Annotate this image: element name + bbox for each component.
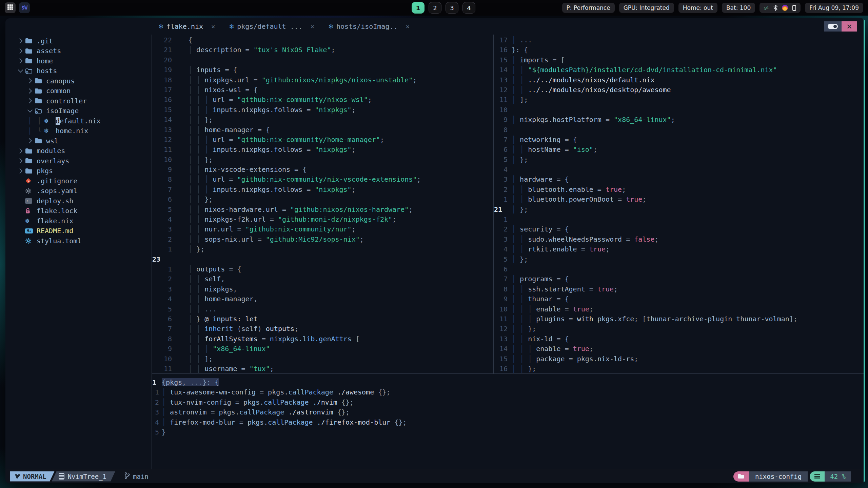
tree-item-hosts[interactable]: hosts <box>5 66 152 76</box>
workspace-button-1[interactable]: 1 <box>412 2 425 14</box>
line-number: 3 <box>494 235 508 244</box>
code-pane-iso-default-nix[interactable]: 17│ ...16}: {15│ imports = [14│ │ "${mod… <box>494 35 862 374</box>
file-tree[interactable]: .gitassetshomehostscanopuscommoncontroll… <box>5 35 152 469</box>
code-text: │ │ │ inputs.nixpkgs.follows = "nixpkgs"… <box>188 185 356 195</box>
window-close-button[interactable]: × <box>842 21 857 32</box>
chevron-right-icon <box>16 39 25 43</box>
nix-icon: ❄ <box>329 22 333 30</box>
tree-item-pkgs[interactable]: pkgs <box>5 166 152 176</box>
scissors-icon[interactable]: ✂ <box>764 4 769 12</box>
tree-item--sops-yaml[interactable]: .sops.yaml <box>5 186 152 196</box>
tree-item-stylua-toml[interactable]: stylua.toml <box>5 236 152 246</box>
workspace-switcher-button[interactable]: $W <box>19 2 30 13</box>
status-line: NORMAL NvimTree_1 main nixos-config <box>5 469 865 483</box>
line-number: 1 <box>152 378 159 387</box>
code-text: │ ... <box>512 35 532 45</box>
tab-close-icon[interactable]: × <box>211 23 215 30</box>
tab-label: hosts/isoImag.. <box>336 22 398 30</box>
code-text: │ } @ inputs: let <box>188 314 258 324</box>
code-text: │ │ home-manager = { <box>188 125 270 135</box>
tree-item-README-md[interactable]: M↓README.md <box>5 226 152 236</box>
folder-icon <box>25 38 36 44</box>
code-text: │ imports = [ <box>512 55 565 65</box>
code-pane-flake-nix[interactable]: 22{21│ description = "tux's NixOS Flake"… <box>152 35 493 374</box>
tab-hosts-isoImag-[interactable]: ❄hosts/isoImag..× <box>329 22 410 30</box>
code-text: │ │ hostName = "iso"; <box>512 145 597 155</box>
cursorline-highlight: {pkgs, ...}: { <box>162 378 219 386</box>
tree-item-flake-lock[interactable]: flake.lock <box>5 206 152 216</box>
git-icon <box>25 178 36 184</box>
window-toggle-button[interactable] <box>824 21 842 32</box>
workspace-button-3[interactable]: 3 <box>446 2 458 14</box>
code-line: 2│ │ bluetooth.enable = true; <box>494 185 862 195</box>
line-number: 8 <box>152 334 172 344</box>
workspace-button-2[interactable]: 2 <box>429 2 441 14</box>
code-line: 5│ │ ... <box>152 304 493 314</box>
flame-icon[interactable] <box>782 5 788 11</box>
code-text: │ │ ... <box>188 304 217 314</box>
code-text: │ }; <box>188 244 204 254</box>
code-text: {pkgs, ...}: { <box>162 378 219 387</box>
tree-item-controller[interactable]: controller <box>5 96 152 106</box>
tree-item-flake-nix[interactable]: ❄flake.nix <box>5 216 152 226</box>
code-line: 16│ │ │ url = "github:nix-community/nixo… <box>152 95 493 105</box>
tree-item-wsl[interactable]: wsl <box>5 136 152 146</box>
code-text: │ networking = { <box>512 135 577 145</box>
code-text: │ │ }; <box>512 324 536 334</box>
tab-pkgs-default-[interactable]: ❄pkgs/default ...× <box>229 22 314 30</box>
tree-item-home[interactable]: home <box>5 56 152 66</box>
code-text: │ nixpkgs.hostPlatform = "x86_64-linux"; <box>512 115 675 125</box>
code-text: │ │ home-manager, <box>188 294 258 304</box>
line-number: 3 <box>494 175 508 184</box>
tree-item-common[interactable]: common <box>5 86 152 96</box>
tab-close-icon[interactable]: × <box>406 23 410 30</box>
tree-item--git[interactable]: .git <box>5 36 152 46</box>
line-number: 6 <box>152 195 172 204</box>
workspace-button-4[interactable]: 4 <box>462 2 475 14</box>
code-text: │ │ username = "tux"; <box>188 364 274 374</box>
tree-item-isoImage[interactable]: isoImage <box>5 106 152 116</box>
code-line: 7│ programs = { <box>494 274 862 284</box>
code-text: │ │ nixpkgs, <box>188 284 237 294</box>
tree-item-home-nix[interactable]: │└❄home.nix <box>5 126 152 136</box>
line-number: 12 <box>494 324 508 334</box>
code-line: 7│ │ │ inputs.nixpkgs.follows = "nixpkgs… <box>152 185 493 195</box>
tree-item-label: common <box>46 87 71 95</box>
tree-item-overlays[interactable]: overlays <box>5 156 152 166</box>
tab-flake-nix[interactable]: ❄flake.nix× <box>159 22 215 30</box>
code-text: │ │ nix-ld = { <box>512 334 569 344</box>
code-line: 4 <box>494 165 862 175</box>
phone-icon[interactable] <box>792 5 796 11</box>
buffer-tabs: ❄flake.nix×❄pkgs/default ...×❄hosts/isoI… <box>159 18 410 35</box>
code-line: 22{ <box>152 35 493 45</box>
line-number: 2 <box>494 224 508 234</box>
code-line: 8│ │ ssh.startAgent = true; <box>494 284 862 294</box>
line-number: 7 <box>152 324 172 334</box>
chevron-right-icon <box>16 159 25 163</box>
chevron-right-icon <box>16 169 25 173</box>
code-line: 9│ │ thunar = { <box>494 294 862 304</box>
nix-icon: ❄ <box>229 22 234 30</box>
tree-item-canopus[interactable]: canopus <box>5 76 152 86</box>
markdown-icon: M↓ <box>25 228 36 233</box>
app-launcher-button[interactable] <box>5 2 16 13</box>
tree-item-deploy-sh[interactable]: ›_deploy.sh <box>5 196 152 206</box>
bluetooth-icon[interactable] <box>773 5 777 11</box>
code-line: 5│ │ nixos-hardware.url = "github:nixos/… <box>152 205 493 215</box>
code-line: 23 <box>152 255 493 264</box>
code-text: │ │ sops-nix.url = "github:Mic92/sops-ni… <box>188 235 364 244</box>
code-line: 1 <box>494 215 862 224</box>
code-text: │ programs = { <box>512 274 569 284</box>
code-pane-pkgs-default-nix[interactable]: 1{pkgs, ...}: {1│ tux-awesome-wm-config … <box>152 378 864 470</box>
tree-item-modules[interactable]: modules <box>5 146 152 156</box>
progress-badge <box>810 471 825 482</box>
status-pill: Bat: 100 <box>722 3 755 13</box>
tree-item-assets[interactable]: assets <box>5 46 152 56</box>
line-number: 10 <box>152 155 172 165</box>
code-text: │ │ │ enable = true; <box>512 304 593 314</box>
code-line: 10│ │ ]; <box>152 354 493 364</box>
tab-close-icon[interactable]: × <box>311 23 314 30</box>
tree-item-default-nix[interactable]: ││❄default.nix <box>5 116 152 126</box>
tree-item--gitignore[interactable]: .gitignore <box>5 176 152 186</box>
code-text: │ │ thunar = { <box>512 294 569 304</box>
